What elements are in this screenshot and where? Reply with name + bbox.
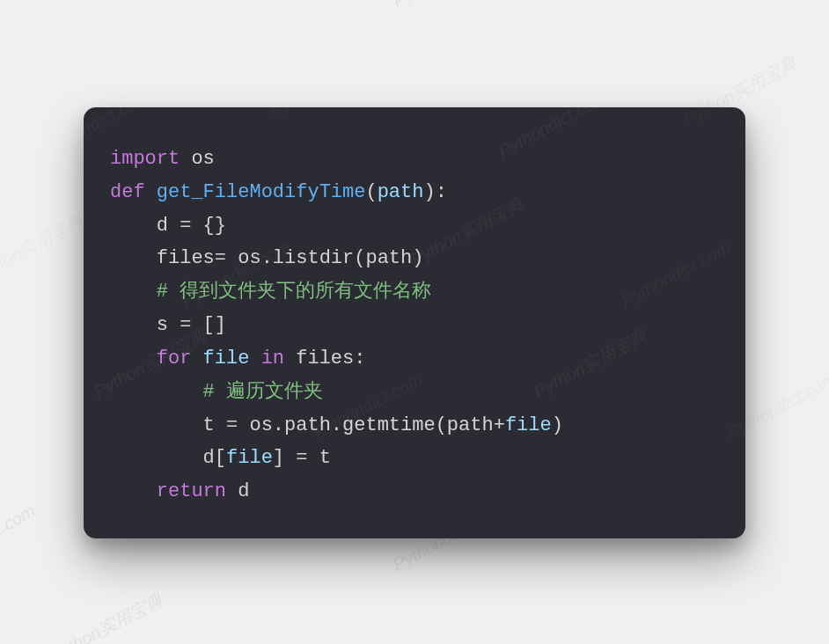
- line-didx-pre: d[: [110, 447, 226, 469]
- watermark-text: Python实用宝典: [0, 209, 88, 289]
- keyword-import: import: [110, 148, 180, 170]
- keyword-def: def: [110, 181, 145, 203]
- keyword-in: in: [261, 348, 284, 370]
- line-d-assign: d = {}: [110, 215, 226, 237]
- line-t-post: ): [552, 414, 563, 436]
- line-t-pre: t = os.path.getmtime(path+: [110, 414, 505, 436]
- var-file-3: file: [226, 447, 273, 469]
- keyword-for: for: [110, 348, 191, 370]
- var-file-2: file: [505, 414, 552, 436]
- var-file: file: [191, 348, 260, 370]
- line-s-assign: s = []: [110, 314, 226, 336]
- watermark-text: Pythondict.com: [0, 0, 56, 12]
- param-path: path: [378, 181, 424, 203]
- comment-2: # 遍历文件夹: [110, 381, 323, 403]
- line-files-assign: files= os.listdir(path): [110, 247, 423, 269]
- function-name: get_FileModifyTime: [145, 181, 366, 203]
- line-didx-post: ] = t: [273, 447, 331, 469]
- watermark-text: Pythondict.com: [0, 501, 39, 575]
- watermark-text: Pythondict.com: [0, 360, 4, 435]
- code-block: import os def get_FileModifyTime(path): …: [110, 143, 719, 509]
- lparen: (: [365, 181, 377, 203]
- rparen-colon: ):: [423, 181, 446, 203]
- files-colon: files:: [284, 348, 365, 370]
- module-os: os: [180, 148, 215, 170]
- code-card: import os def get_FileModifyTime(path): …: [84, 107, 745, 538]
- watermark-text: Pythondict.com: [390, 0, 506, 12]
- keyword-return: return: [110, 480, 226, 502]
- return-d: d: [226, 480, 249, 502]
- comment-1: # 得到文件夹下的所有文件名称: [110, 281, 431, 303]
- watermark-text: Python实用宝典: [46, 588, 167, 644]
